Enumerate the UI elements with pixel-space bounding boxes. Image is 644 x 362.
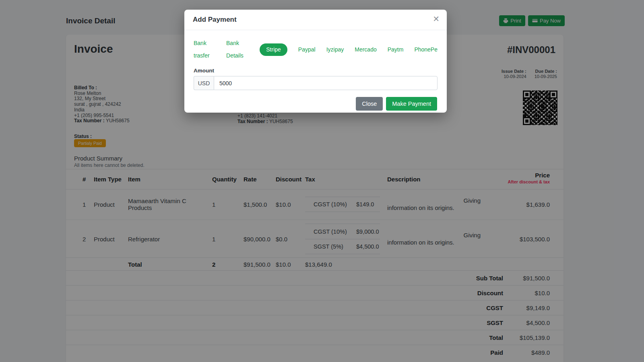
tab-mercado[interactable]: Mercado bbox=[355, 43, 376, 56]
tab-bank-transfer[interactable]: Bank trasfer bbox=[194, 37, 215, 62]
close-button[interactable]: Close bbox=[356, 97, 383, 111]
currency-addon: USD bbox=[194, 76, 214, 90]
tab-bank-details[interactable]: Bank Details bbox=[226, 37, 249, 62]
tab-stripe[interactable]: Stripe bbox=[260, 43, 287, 56]
tab-paypal[interactable]: Paypal bbox=[298, 43, 316, 56]
add-payment-modal: Add Payment ✕ Bank trasfer Bank Details … bbox=[184, 10, 447, 113]
tab-iyzipay[interactable]: Iyzipay bbox=[326, 43, 344, 56]
make-payment-button[interactable]: Make Payment bbox=[386, 97, 437, 111]
modal-footer: Close Make Payment bbox=[184, 90, 447, 111]
amount-input-group: USD bbox=[194, 76, 438, 90]
amount-input[interactable] bbox=[214, 76, 438, 90]
close-icon[interactable]: ✕ bbox=[433, 15, 440, 23]
amount-label: Amount bbox=[194, 68, 438, 74]
modal-title: Add Payment bbox=[193, 16, 237, 24]
modal-header: Add Payment ✕ bbox=[184, 10, 447, 30]
tab-paytm[interactable]: Paytm bbox=[388, 43, 404, 56]
modal-body: Bank trasfer Bank Details Stripe Paypal … bbox=[184, 30, 447, 90]
tab-phonepe[interactable]: PhonePe bbox=[414, 43, 438, 56]
payment-method-tabs: Bank trasfer Bank Details Stripe Paypal … bbox=[194, 37, 438, 62]
